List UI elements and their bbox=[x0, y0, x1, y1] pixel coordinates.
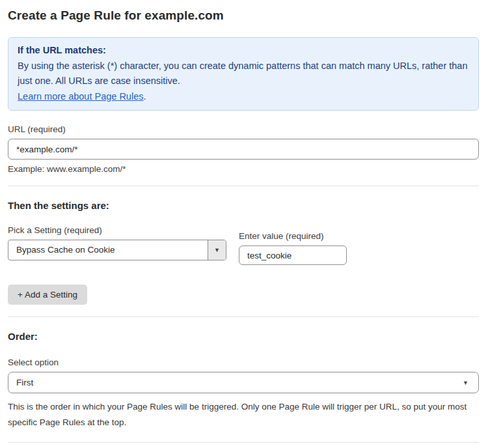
pick-setting-column: Pick a Setting (required) Bypass Cache o… bbox=[8, 225, 226, 265]
url-example-hint: Example: www.example.com/* bbox=[8, 164, 479, 174]
link-suffix: . bbox=[143, 91, 146, 102]
setting-row: Pick a Setting (required) Bypass Cache o… bbox=[8, 225, 479, 265]
learn-more-link[interactable]: Learn more about Page Rules bbox=[18, 91, 143, 102]
divider bbox=[8, 316, 479, 317]
url-field-label: URL (required) bbox=[8, 124, 479, 134]
order-select[interactable]: First ▼ bbox=[8, 372, 479, 393]
info-box-link-line: Learn more about Page Rules. bbox=[18, 89, 469, 105]
page-title: Create a Page Rule for example.com bbox=[8, 8, 479, 23]
chevron-down-icon: ▼ bbox=[463, 380, 468, 386]
setting-dropdown-value: Bypass Cache on Cookie bbox=[8, 240, 208, 260]
divider bbox=[8, 186, 479, 186]
order-select-label: Select option bbox=[8, 357, 479, 367]
url-input[interactable] bbox=[8, 139, 479, 160]
order-help-text: This is the order in which your Page Rul… bbox=[8, 399, 479, 430]
enter-value-label: Enter value (required) bbox=[239, 231, 347, 241]
settings-section-heading: Then the settings are: bbox=[8, 200, 479, 211]
order-section-heading: Order: bbox=[8, 331, 479, 342]
setting-dropdown-button[interactable]: ▼ bbox=[208, 240, 226, 260]
info-box-heading: If the URL matches: bbox=[18, 43, 469, 59]
url-match-info-box: If the URL matches: By using the asteris… bbox=[8, 37, 479, 111]
setting-value-input[interactable] bbox=[239, 245, 347, 265]
info-box-body: By using the asterisk (*) character, you… bbox=[18, 59, 469, 89]
order-select-value: First bbox=[16, 378, 33, 387]
pick-setting-label: Pick a Setting (required) bbox=[8, 225, 226, 235]
setting-dropdown[interactable]: Bypass Cache on Cookie ▼ bbox=[8, 240, 226, 260]
create-page-rule-panel: Create a Page Rule for example.com If th… bbox=[0, 0, 488, 448]
chevron-down-icon: ▼ bbox=[214, 247, 220, 253]
enter-value-column: Enter value (required) bbox=[239, 225, 347, 265]
add-setting-button[interactable]: + Add a Setting bbox=[8, 285, 87, 305]
divider bbox=[8, 442, 479, 443]
